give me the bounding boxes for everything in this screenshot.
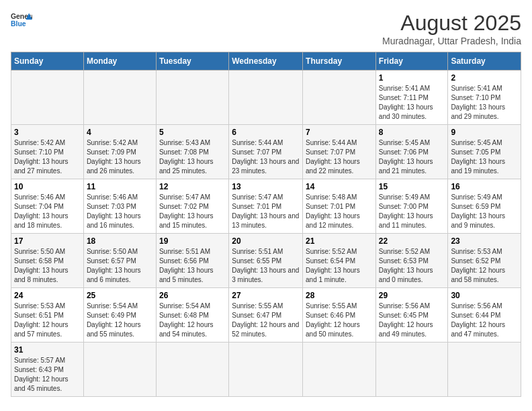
table-row: 3Sunrise: 5:42 AM Sunset: 7:10 PM Daylig… <box>11 125 84 179</box>
day-number: 14 <box>306 182 373 191</box>
day-number: 12 <box>159 182 226 191</box>
col-sunday: Sunday <box>11 52 84 71</box>
day-number: 23 <box>451 236 518 246</box>
table-row: 18Sunrise: 5:50 AM Sunset: 6:57 PM Dayli… <box>83 234 156 288</box>
day-number: 10 <box>14 182 81 191</box>
day-info: Sunrise: 5:52 AM Sunset: 6:53 PM Dayligh… <box>379 247 445 285</box>
day-info: Sunrise: 5:48 AM Sunset: 7:01 PM Dayligh… <box>306 193 373 230</box>
calendar-week-row: 31Sunrise: 5:57 AM Sunset: 6:43 PM Dayli… <box>11 342 521 397</box>
day-info: Sunrise: 5:41 AM Sunset: 7:11 PM Dayligh… <box>379 84 445 122</box>
table-row: 5Sunrise: 5:43 AM Sunset: 7:08 PM Daylig… <box>156 125 228 179</box>
table-row <box>303 71 376 125</box>
day-info: Sunrise: 5:42 AM Sunset: 7:10 PM Dayligh… <box>14 138 81 176</box>
table-row <box>83 342 156 397</box>
day-info: Sunrise: 5:55 AM Sunset: 6:47 PM Dayligh… <box>232 302 300 339</box>
col-tuesday: Tuesday <box>156 52 228 71</box>
calendar-subtitle: Muradnagar, Uttar Pradesh, India <box>382 36 521 46</box>
table-row: 11Sunrise: 5:46 AM Sunset: 7:03 PM Dayli… <box>83 179 156 234</box>
day-info: Sunrise: 5:50 AM Sunset: 6:57 PM Dayligh… <box>87 247 153 285</box>
day-number: 13 <box>232 182 300 191</box>
table-row: 12Sunrise: 5:47 AM Sunset: 7:02 PM Dayli… <box>156 179 228 234</box>
calendar-week-row: 1Sunrise: 5:41 AM Sunset: 7:11 PM Daylig… <box>11 71 521 125</box>
day-info: Sunrise: 5:46 AM Sunset: 7:03 PM Dayligh… <box>87 193 153 230</box>
calendar-week-row: 3Sunrise: 5:42 AM Sunset: 7:10 PM Daylig… <box>11 125 521 179</box>
day-number: 19 <box>159 236 226 246</box>
day-number: 15 <box>379 182 445 191</box>
table-row: 13Sunrise: 5:47 AM Sunset: 7:01 PM Dayli… <box>229 179 303 234</box>
svg-text:Blue: Blue <box>11 20 26 28</box>
day-number: 9 <box>451 128 518 137</box>
calendar-title: August 2025 <box>382 11 521 36</box>
col-saturday: Saturday <box>448 52 521 71</box>
table-row: 23Sunrise: 5:53 AM Sunset: 6:52 PM Dayli… <box>448 234 521 288</box>
calendar-week-row: 24Sunrise: 5:53 AM Sunset: 6:51 PM Dayli… <box>11 288 521 342</box>
day-number: 5 <box>159 128 226 137</box>
table-row <box>156 342 228 397</box>
day-number: 24 <box>14 291 81 300</box>
day-number: 3 <box>14 128 81 137</box>
day-number: 11 <box>87 182 153 191</box>
day-info: Sunrise: 5:46 AM Sunset: 7:04 PM Dayligh… <box>14 193 81 230</box>
day-number: 21 <box>306 236 373 246</box>
table-row: 4Sunrise: 5:42 AM Sunset: 7:09 PM Daylig… <box>83 125 156 179</box>
day-info: Sunrise: 5:44 AM Sunset: 7:07 PM Dayligh… <box>232 138 300 176</box>
day-info: Sunrise: 5:49 AM Sunset: 6:59 PM Dayligh… <box>451 193 518 230</box>
day-info: Sunrise: 5:50 AM Sunset: 6:58 PM Dayligh… <box>14 247 81 285</box>
day-info: Sunrise: 5:54 AM Sunset: 6:48 PM Dayligh… <box>159 302 226 339</box>
table-row: 15Sunrise: 5:49 AM Sunset: 7:00 PM Dayli… <box>375 179 448 234</box>
day-number: 30 <box>451 291 518 300</box>
day-info: Sunrise: 5:54 AM Sunset: 6:49 PM Dayligh… <box>87 302 153 339</box>
calendar-table: Sunday Monday Tuesday Wednesday Thursday… <box>11 52 521 397</box>
day-number: 6 <box>232 128 300 137</box>
table-row: 26Sunrise: 5:54 AM Sunset: 6:48 PM Dayli… <box>156 288 228 342</box>
col-wednesday: Wednesday <box>229 52 303 71</box>
day-number: 7 <box>306 128 373 137</box>
table-row <box>229 71 303 125</box>
table-row: 19Sunrise: 5:51 AM Sunset: 6:56 PM Dayli… <box>156 234 228 288</box>
table-row: 1Sunrise: 5:41 AM Sunset: 7:11 PM Daylig… <box>375 71 448 125</box>
table-row <box>375 342 448 397</box>
day-number: 25 <box>87 291 153 300</box>
day-number: 26 <box>159 291 226 300</box>
day-info: Sunrise: 5:41 AM Sunset: 7:10 PM Dayligh… <box>451 84 518 122</box>
day-info: Sunrise: 5:57 AM Sunset: 6:43 PM Dayligh… <box>14 356 81 394</box>
day-info: Sunrise: 5:52 AM Sunset: 6:54 PM Dayligh… <box>306 247 373 285</box>
day-info: Sunrise: 5:56 AM Sunset: 6:44 PM Dayligh… <box>451 302 518 339</box>
calendar-week-row: 17Sunrise: 5:50 AM Sunset: 6:58 PM Dayli… <box>11 234 521 288</box>
day-info: Sunrise: 5:45 AM Sunset: 7:05 PM Dayligh… <box>451 138 518 176</box>
table-row: 28Sunrise: 5:55 AM Sunset: 6:46 PM Dayli… <box>303 288 376 342</box>
table-row: 31Sunrise: 5:57 AM Sunset: 6:43 PM Dayli… <box>11 342 84 397</box>
day-number: 18 <box>87 236 153 246</box>
day-number: 20 <box>232 236 300 246</box>
table-row: 9Sunrise: 5:45 AM Sunset: 7:05 PM Daylig… <box>448 125 521 179</box>
day-info: Sunrise: 5:55 AM Sunset: 6:46 PM Dayligh… <box>306 302 373 339</box>
day-number: 1 <box>379 73 445 83</box>
table-row: 8Sunrise: 5:45 AM Sunset: 7:06 PM Daylig… <box>375 125 448 179</box>
col-thursday: Thursday <box>303 52 376 71</box>
table-row: 2Sunrise: 5:41 AM Sunset: 7:10 PM Daylig… <box>448 71 521 125</box>
table-row: 16Sunrise: 5:49 AM Sunset: 6:59 PM Dayli… <box>448 179 521 234</box>
calendar-week-row: 10Sunrise: 5:46 AM Sunset: 7:04 PM Dayli… <box>11 179 521 234</box>
day-info: Sunrise: 5:49 AM Sunset: 7:00 PM Dayligh… <box>379 193 445 230</box>
day-info: Sunrise: 5:47 AM Sunset: 7:01 PM Dayligh… <box>232 193 300 230</box>
table-row <box>229 342 303 397</box>
day-number: 17 <box>14 236 81 246</box>
table-row: 24Sunrise: 5:53 AM Sunset: 6:51 PM Dayli… <box>11 288 84 342</box>
day-number: 2 <box>451 73 518 83</box>
day-number: 31 <box>14 345 81 355</box>
table-row: 20Sunrise: 5:51 AM Sunset: 6:55 PM Dayli… <box>229 234 303 288</box>
table-row: 30Sunrise: 5:56 AM Sunset: 6:44 PM Dayli… <box>448 288 521 342</box>
day-info: Sunrise: 5:56 AM Sunset: 6:45 PM Dayligh… <box>379 302 445 339</box>
header: General Blue August 2025 Muradnagar, Utt… <box>11 11 521 46</box>
day-info: Sunrise: 5:47 AM Sunset: 7:02 PM Dayligh… <box>159 193 226 230</box>
day-number: 16 <box>451 182 518 191</box>
day-info: Sunrise: 5:51 AM Sunset: 6:56 PM Dayligh… <box>159 247 226 285</box>
table-row: 7Sunrise: 5:44 AM Sunset: 7:07 PM Daylig… <box>303 125 376 179</box>
table-row: 17Sunrise: 5:50 AM Sunset: 6:58 PM Dayli… <box>11 234 84 288</box>
table-row: 25Sunrise: 5:54 AM Sunset: 6:49 PM Dayli… <box>83 288 156 342</box>
day-info: Sunrise: 5:45 AM Sunset: 7:06 PM Dayligh… <box>379 138 445 176</box>
day-info: Sunrise: 5:43 AM Sunset: 7:08 PM Dayligh… <box>159 138 226 176</box>
table-row <box>448 342 521 397</box>
table-row: 10Sunrise: 5:46 AM Sunset: 7:04 PM Dayli… <box>11 179 84 234</box>
table-row <box>11 71 84 125</box>
